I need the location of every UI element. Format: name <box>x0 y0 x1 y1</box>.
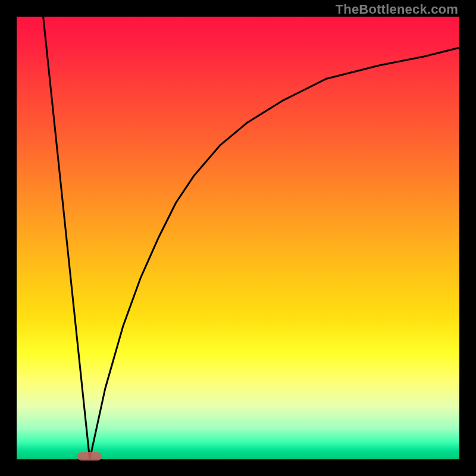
curve-right-branch <box>90 48 459 459</box>
curve-left-branch <box>43 17 90 459</box>
watermark-text: TheBottleneck.com <box>336 2 458 17</box>
chart-frame: TheBottleneck.com <box>0 0 476 476</box>
curve-layer <box>17 17 459 459</box>
plot-area <box>17 17 459 459</box>
minimum-marker <box>77 452 102 461</box>
